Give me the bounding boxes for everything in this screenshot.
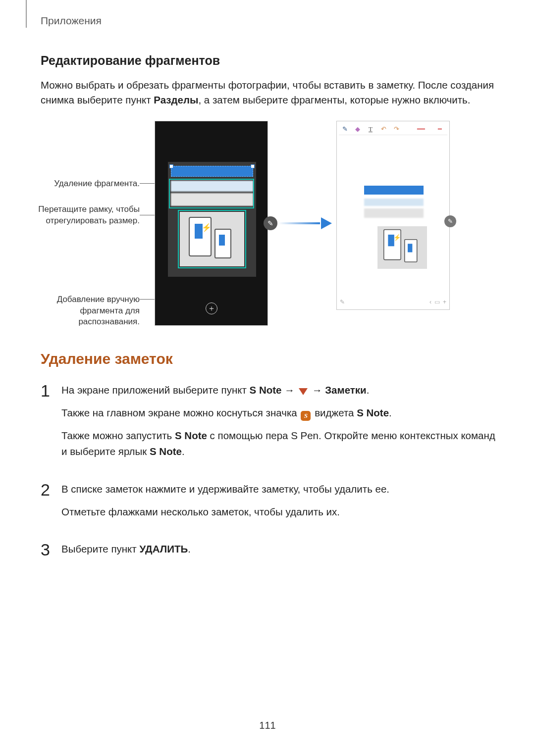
selected-fragment: [171, 166, 253, 177]
text: .: [188, 543, 191, 554]
step-number: 1: [41, 382, 61, 399]
text: , а затем выберите фрагменты, которые ну…: [198, 94, 470, 105]
step-number: 2: [41, 481, 61, 498]
bold: S Note: [250, 384, 282, 396]
bold-razdely: Разделы: [154, 94, 198, 105]
teal-region-outline: [169, 179, 254, 208]
text: Выберите пункт: [61, 543, 139, 554]
section-title-edit: Редактирование фрагментов: [41, 53, 496, 68]
step-text: Выберите пункт УДАЛИТЬ.: [61, 541, 496, 557]
eraser-tool-icon: ◆: [354, 125, 362, 133]
bold: УДАЛИТЬ: [139, 543, 188, 554]
bolt-icon: ⚡: [393, 234, 401, 242]
snote-widget-icon: S: [301, 411, 311, 421]
pasted-fragment: [364, 208, 424, 218]
step-text: В списке заметок нажмите и удерживайте з…: [61, 481, 496, 497]
step-number: 3: [41, 541, 61, 558]
text: На экране приложений выберите пункт: [61, 384, 250, 396]
step-text: Отметьте флажками несколько заметок, что…: [61, 504, 496, 520]
photo-panel: ⚡: [168, 162, 256, 277]
pen-icon: ✎: [340, 299, 345, 305]
text: .: [389, 407, 392, 418]
page-indicator: ▭: [434, 299, 440, 305]
intro-paragraph: Можно выбрать и обрезать фрагменты фотог…: [41, 78, 496, 107]
bold: S Note: [357, 407, 389, 418]
step-1: 1 На экране приложений выберите пункт S …: [41, 382, 496, 466]
text: →: [309, 384, 325, 396]
pen-tool-icon: ✎: [341, 125, 349, 133]
add-fragment-icon: ＋: [206, 302, 217, 314]
bottom-toolbar: ✎ ‹ ▭ +: [340, 297, 446, 307]
toolbar-action: ━━: [413, 125, 429, 133]
text: распознавания.: [78, 317, 140, 326]
step-text: Также на главном экране можно коснуться …: [61, 405, 496, 421]
undo-icon: ↶: [379, 125, 387, 133]
edit-fab-icon: ✎: [444, 215, 456, 227]
figure: Удаление фрагмента. Перетащите рамку, чт…: [41, 121, 496, 329]
callout-delete: Удаление фрагмента.: [36, 178, 140, 189]
pasted-fragment: [364, 199, 424, 206]
bold: S Note: [150, 446, 182, 457]
step-2: 2 В списке заметок нажмите и удерживайте…: [41, 481, 496, 527]
text: .: [182, 446, 185, 457]
bold: Заметки: [325, 384, 366, 396]
chevron-left-icon: ‹: [429, 299, 431, 305]
margin-rule: [26, 0, 27, 28]
callout-resize: Перетащите рамку, чтобы отрегулировать р…: [36, 204, 140, 226]
text: Добавление вручную: [57, 295, 140, 304]
screenshot-snote-result: ✎ ◆ T ↶ ↷ ━━ ━ ⚡ ✎ ‹ ▭ +: [336, 121, 450, 310]
dropdown-triangle-icon: [298, 387, 308, 397]
text: Перетащите рамку, чтобы: [38, 204, 140, 214]
breadcrumb: Приложения: [41, 15, 102, 27]
pasted-thumb: ⚡: [377, 226, 427, 269]
step-list: 1 На экране приложений выберите пункт S …: [41, 382, 496, 564]
bold: S Note: [175, 430, 207, 441]
plus-icon: +: [443, 299, 446, 305]
text-tool-icon: T: [367, 125, 374, 133]
teal-region-outline: [178, 210, 246, 268]
text: →: [281, 384, 297, 396]
redo-icon: ↷: [392, 125, 400, 133]
text: отрегулировать размер.: [46, 216, 140, 225]
section-title-delete: Удаление заметок: [41, 351, 496, 367]
toolbar: ✎ ◆ T ↶ ↷ ━━ ━: [339, 123, 447, 135]
text: фрагмента для: [80, 306, 140, 315]
text: .: [367, 384, 370, 396]
toolbar-action: ━: [434, 125, 445, 133]
phone-graphic: [404, 239, 418, 262]
text: Также можно запустить: [61, 430, 175, 441]
step-3: 3 Выберите пункт УДАЛИТЬ.: [41, 541, 496, 564]
step-text: На экране приложений выберите пункт S No…: [61, 382, 496, 398]
phone-graphic: ⚡: [383, 229, 401, 260]
callout-add: Добавление вручную фрагмента для распозн…: [36, 294, 140, 327]
text: виджета: [312, 407, 357, 418]
pasted-fragment: [364, 186, 424, 195]
text: Также на главном экране можно коснуться …: [61, 407, 300, 418]
edit-fab-icon: ✎: [264, 216, 277, 230]
arrow-right-icon: [278, 219, 332, 228]
step-text: Также можно запустить S Note с помощью п…: [61, 428, 496, 459]
page-number: 111: [0, 720, 535, 731]
screenshot-sections-editor: ⚡ ✎ ＋: [155, 121, 268, 326]
